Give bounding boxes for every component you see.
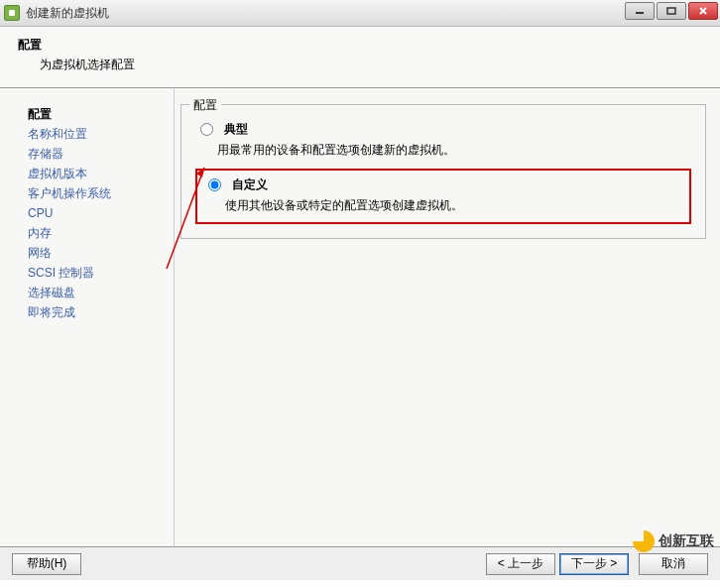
window-controls [625, 2, 718, 20]
watermark-text: 创新互联 [659, 532, 714, 550]
maximize-button[interactable] [657, 2, 686, 20]
step-name-location[interactable]: 名称和位置 [28, 124, 174, 144]
wizard-main-panel: 配置 典型 用最常用的设备和配置选项创建新的虚拟机。 自定义 使用其他设备或特定… [174, 88, 720, 546]
minimize-button[interactable] [625, 2, 655, 20]
title-bar: 创建新的虚拟机 [0, 0, 720, 27]
configuration-groupbox: 配置 典型 用最常用的设备和配置选项创建新的虚拟机。 自定义 使用其他设备或特定… [180, 104, 706, 239]
step-ready-complete[interactable]: 即将完成 [28, 302, 174, 322]
step-guest-os[interactable]: 客户机操作系统 [28, 183, 174, 203]
groupbox-legend: 配置 [189, 97, 221, 114]
wizard-body: 配置 名称和位置 存储器 虚拟机版本 客户机操作系统 CPU 内存 网络 SCS… [0, 88, 720, 546]
cancel-button[interactable]: 取消 [639, 553, 708, 575]
radio-custom-label: 自定义 [232, 176, 268, 193]
radio-typical[interactable] [200, 123, 213, 136]
wizard-header: 配置 为虚拟机选择配置 [0, 27, 720, 88]
close-button[interactable] [688, 2, 718, 20]
step-vm-version[interactable]: 虚拟机版本 [28, 164, 174, 183]
annotation-highlight: 自定义 使用其他设备或特定的配置选项创建虚拟机。 [195, 169, 691, 224]
watermark-icon [633, 530, 655, 552]
radio-custom-desc: 使用其他设备或特定的配置选项创建虚拟机。 [225, 197, 683, 214]
app-icon [4, 5, 20, 21]
maximize-icon [666, 7, 676, 15]
wizard-footer: 帮助(H) < 上一步 下一步 > 取消 [0, 546, 720, 580]
step-storage[interactable]: 存储器 [28, 144, 174, 164]
wizard-steps-sidebar: 配置 名称和位置 存储器 虚拟机版本 客户机操作系统 CPU 内存 网络 SCS… [0, 88, 174, 546]
step-cpu[interactable]: CPU [28, 203, 174, 223]
radio-custom-row[interactable]: 自定义 [203, 176, 683, 193]
minimize-icon [635, 7, 645, 15]
watermark: 创新互联 [633, 530, 714, 552]
step-network[interactable]: 网络 [28, 243, 174, 263]
window-title: 创建新的虚拟机 [26, 5, 109, 22]
next-button[interactable]: 下一步 > [559, 553, 629, 575]
step-configuration[interactable]: 配置 [28, 104, 174, 124]
page-subtitle: 为虚拟机选择配置 [40, 57, 702, 73]
svg-rect-1 [667, 8, 675, 14]
close-icon [698, 7, 708, 15]
radio-typical-label: 典型 [224, 121, 248, 138]
back-button[interactable]: < 上一步 [486, 553, 555, 575]
radio-typical-row[interactable]: 典型 [195, 121, 691, 138]
step-memory[interactable]: 内存 [28, 223, 174, 243]
page-title: 配置 [18, 37, 702, 54]
radio-custom[interactable] [208, 178, 221, 191]
help-button[interactable]: 帮助(H) [12, 553, 81, 575]
step-scsi[interactable]: SCSI 控制器 [28, 263, 174, 283]
radio-typical-desc: 用最常用的设备和配置选项创建新的虚拟机。 [217, 142, 691, 159]
step-select-disk[interactable]: 选择磁盘 [28, 283, 174, 302]
